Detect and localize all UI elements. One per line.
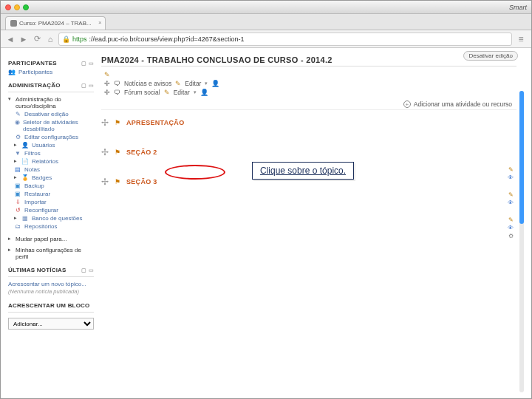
- move-icon[interactable]: ✢: [104, 80, 110, 87]
- chevron-right-icon: ▸: [14, 215, 17, 221]
- eye-icon[interactable]: 👁: [508, 200, 514, 206]
- admin-item[interactable]: ▼Filtros: [14, 149, 94, 157]
- sidebar-item-participants[interactable]: 👥 Participantes: [8, 68, 94, 76]
- section-label[interactable]: SEÇÃO 3: [126, 178, 157, 185]
- admin-item[interactable]: ◉Seletor de atividades desabilitado: [14, 118, 94, 133]
- admin-root[interactable]: ▾ Administração do curso/disciplina: [8, 95, 94, 110]
- pencil-icon[interactable]: ✎: [175, 80, 181, 87]
- topic-flag-icon: ⚑: [115, 178, 120, 185]
- pencil-icon[interactable]: ✎: [508, 216, 514, 223]
- course-section-1[interactable]: ✢ ⚑ APRESENTAÇÃO: [101, 117, 516, 128]
- people-icon: 👥: [8, 69, 16, 75]
- annotation-box: Clique sobre o tópico.: [252, 162, 354, 180]
- person-icon[interactable]: 👤: [200, 89, 208, 96]
- toggle-icon: ◉: [14, 119, 20, 126]
- reset-icon: ↺: [14, 207, 21, 214]
- home-button[interactable]: ⌂: [45, 34, 55, 44]
- pencil-icon[interactable]: ✎: [508, 191, 514, 198]
- forward-button[interactable]: ►: [18, 34, 29, 44]
- edit-label[interactable]: Editar: [185, 80, 201, 87]
- admin-item[interactable]: ▣Restaurar: [14, 190, 94, 198]
- annotation-text: Clique sobre o tópico.: [260, 166, 346, 176]
- forum-icon: 🗨: [114, 89, 120, 96]
- forum-news[interactable]: ✢ 🗨 Notícias e avisos ✎ Editar▾ 👤: [104, 80, 516, 87]
- block-news-title: ÚLTIMAS NOTÍCIAS ▢ ▭: [8, 267, 94, 273]
- eye-icon[interactable]: 👁: [508, 174, 514, 181]
- browser-tab[interactable]: Curso: PMA2024 – TRAB... ×: [5, 16, 106, 30]
- edit-label[interactable]: Editar: [174, 89, 190, 96]
- move-icon[interactable]: ✢: [101, 117, 109, 128]
- chevron-down-icon[interactable]: ▾: [194, 89, 197, 95]
- browser-menu-icon[interactable]: ≡: [515, 34, 527, 44]
- chevron-down-icon: ▾: [8, 96, 11, 102]
- section-label[interactable]: APRESENTAÇÃO: [126, 119, 184, 126]
- chevron-down-icon[interactable]: ▾: [205, 81, 208, 86]
- admin-item[interactable]: ▸📄Relatórios: [14, 157, 94, 166]
- import-icon: ⇩: [14, 199, 21, 205]
- repo-icon: 🗂: [14, 223, 21, 230]
- admin-item[interactable]: ▤Notas: [14, 166, 94, 174]
- reload-button[interactable]: ⟳: [32, 34, 42, 44]
- tab-title: Curso: PMA2024 – TRAB...: [19, 20, 92, 27]
- url-scheme: https: [72, 35, 87, 43]
- funnel-icon: ▼: [14, 150, 21, 157]
- move-icon[interactable]: ✢: [104, 89, 110, 96]
- block-participants-title: PARTICIPANTES ▢ ▭: [8, 60, 94, 66]
- course-title: PMA2024 - TRABALHO CONCLUSAO DE CURSO - …: [101, 55, 516, 64]
- topic-flag-icon: ⚑: [115, 149, 120, 156]
- pencil-icon[interactable]: ✎: [164, 89, 170, 96]
- news-empty: (Nenhuma notícia publicada): [8, 288, 94, 295]
- forum-social[interactable]: ✢ 🗨 Fórum social ✎ Editar▾ 👤: [104, 89, 516, 96]
- toggle-editing-button[interactable]: Desativar edição: [463, 51, 518, 61]
- grades-icon: ▤: [14, 166, 21, 173]
- close-tab-icon[interactable]: ×: [98, 19, 102, 26]
- block-admin-title: ADMINISTRAÇÃO ▢ ▭: [8, 82, 94, 89]
- admin-item[interactable]: ⇩Importar: [14, 198, 94, 206]
- lock-icon: 🔒: [62, 35, 70, 43]
- admin-item[interactable]: ▸🏅Badges: [14, 174, 94, 182]
- switch-role[interactable]: ▸ Mudar papel para...: [8, 235, 94, 243]
- pencil-icon[interactable]: ✎: [508, 166, 514, 173]
- add-news-topic[interactable]: Acrescentar um novo tópico...: [8, 280, 94, 288]
- topic-flag-icon: ⚑: [115, 119, 120, 126]
- report-icon: 📄: [21, 158, 29, 165]
- move-icon[interactable]: ✢: [101, 147, 109, 157]
- add-block-select[interactable]: Adicionar...: [8, 318, 94, 330]
- forum-name: Fórum social: [124, 89, 160, 96]
- zoom-window-button[interactable]: [23, 4, 29, 10]
- move-icon[interactable]: ✢: [101, 177, 109, 187]
- add-activity-link[interactable]: + Adicionar uma atividade ou recurso: [101, 100, 516, 108]
- restore-icon: ▣: [14, 191, 21, 197]
- person-icon[interactable]: 👤: [211, 80, 219, 87]
- my-profile-settings[interactable]: ▸ Minhas configurações de perfil: [8, 246, 94, 261]
- admin-item[interactable]: ↺Reconfigurar: [14, 206, 94, 214]
- block-actions[interactable]: ▢ ▭: [81, 267, 94, 273]
- block-addblock-title: ACRESCENTAR UM BLOCO: [8, 302, 94, 309]
- block-actions[interactable]: ▢ ▭: [81, 61, 94, 66]
- section-tools: ✎ 👁 ✎ 👁 ✎ 👁 ⚙: [508, 166, 514, 239]
- admin-item[interactable]: 🗂Repositórios: [14, 222, 94, 231]
- course-section-2[interactable]: ✢ ⚑ SEÇÃO 2: [101, 147, 516, 157]
- gear-icon[interactable]: ⚙: [508, 233, 514, 239]
- admin-item[interactable]: ▣Backup: [14, 182, 94, 190]
- block-actions[interactable]: ▢ ▭: [81, 83, 94, 89]
- admin-item[interactable]: ✎Desativar edição: [14, 110, 94, 118]
- section-label[interactable]: SEÇÃO 2: [126, 149, 157, 156]
- admin-item[interactable]: ▸👤Usuários: [14, 141, 94, 149]
- address-bar[interactable]: 🔒 https ://ead.puc-rio.br/course/view.ph…: [58, 33, 512, 46]
- pencil-icon[interactable]: ✎: [104, 71, 110, 78]
- chevron-right-icon: ▸: [14, 174, 17, 180]
- minimize-window-button[interactable]: [14, 4, 20, 10]
- admin-item[interactable]: ▸▦Banco de questões: [14, 214, 94, 222]
- section-edit-row: ✎: [104, 71, 516, 78]
- forum-name: Notícias e avisos: [124, 80, 171, 87]
- browser-tabstrip: Curso: PMA2024 – TRAB... ×: [1, 14, 531, 30]
- scroll-thumb[interactable]: [519, 91, 524, 224]
- eye-icon[interactable]: 👁: [508, 225, 514, 231]
- admin-item[interactable]: ⚙Editar configurações: [14, 133, 94, 141]
- page-body: PARTICIPANTES ▢ ▭ 👥 Participantes ADMINI…: [1, 48, 531, 399]
- chevron-right-icon: ▸: [14, 142, 17, 148]
- back-button[interactable]: ◄: [5, 34, 16, 44]
- scrollbar[interactable]: [519, 91, 524, 392]
- close-window-button[interactable]: [5, 4, 11, 10]
